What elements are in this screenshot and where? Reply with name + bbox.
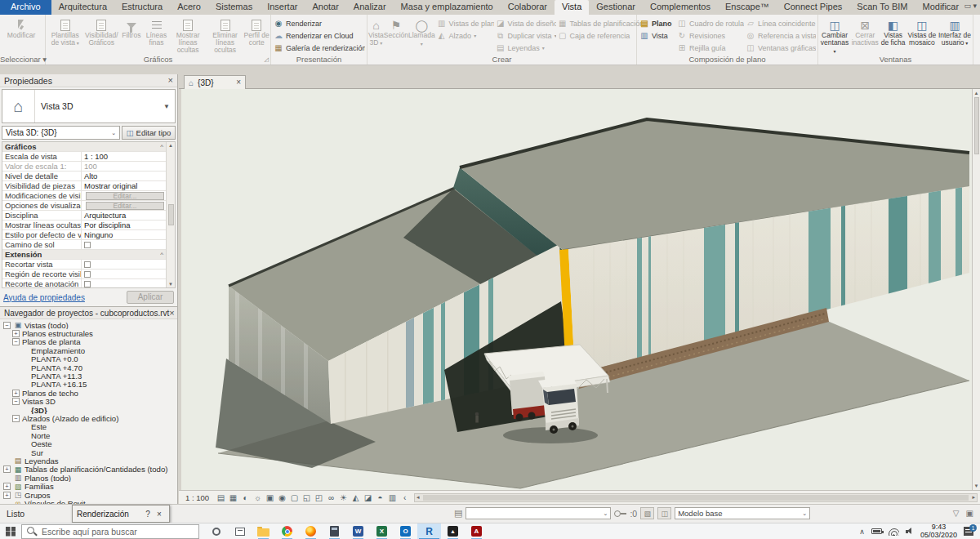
wifi-icon[interactable] bbox=[889, 528, 899, 536]
tab-modificar[interactable]: Modificar bbox=[915, 0, 967, 15]
properties-scrollbar[interactable]: ▲ ▼ bbox=[166, 142, 175, 287]
taskbar-app-task-view[interactable] bbox=[228, 523, 252, 539]
edit-button[interactable]: Editar... bbox=[86, 192, 164, 200]
render-dialog-titlebar[interactable]: Renderización ? × bbox=[72, 505, 170, 523]
button-duplicar-vista[interactable]: ⧉Duplicar vista▾ bbox=[494, 29, 556, 42]
detail-level-icon[interactable]: ▤ bbox=[215, 493, 227, 502]
taskbar-app-acrobat[interactable]: A bbox=[465, 523, 488, 539]
status-icon-button[interactable]: ▧ bbox=[640, 507, 654, 519]
button-caja-de-referencia[interactable]: ▢Caja de referencia bbox=[556, 29, 641, 42]
taskbar-app-cortana[interactable] bbox=[204, 523, 228, 539]
tab-arquitectura[interactable]: Arquitectura bbox=[51, 0, 114, 15]
property-value[interactable]: Mostrar original bbox=[82, 181, 166, 190]
tree-expander-icon[interactable]: + bbox=[3, 466, 11, 473]
tab-colaborar[interactable]: Colaborar bbox=[501, 0, 555, 15]
edit-button[interactable]: Editar... bbox=[86, 202, 164, 210]
tree-expander-icon[interactable]: + bbox=[3, 492, 11, 499]
apply-button[interactable]: Aplicar bbox=[127, 291, 174, 304]
scrollbar-thumb[interactable] bbox=[168, 204, 174, 225]
reveal-hidden-icon[interactable]: ∞ bbox=[325, 493, 337, 502]
button-interfaz-de-usuario[interactable]: ▥Interfaz de usuario ▾ bbox=[938, 16, 972, 56]
checkbox[interactable] bbox=[84, 242, 91, 248]
button-alzado[interactable]: ◭Alzado▾ bbox=[435, 29, 494, 42]
checkbox[interactable] bbox=[84, 261, 91, 268]
button-visibilidad-gr-ficos[interactable]: Visibilidad/ Gráficos bbox=[84, 16, 120, 56]
tree-item-grupos[interactable]: +◳Grupos bbox=[0, 491, 177, 499]
tree-item-planos-todo[interactable]: ▥Planos (todo) bbox=[0, 474, 177, 482]
scroll-up-icon[interactable]: ▲ bbox=[168, 143, 173, 148]
tree-item-vistas-3d[interactable]: −Vistas 3D bbox=[0, 398, 177, 406]
taskbar-app-calculator[interactable] bbox=[323, 523, 346, 539]
property-value[interactable]: 1 : 100 bbox=[82, 152, 166, 161]
project-browser-close-icon[interactable]: × bbox=[169, 309, 174, 318]
group-label-seleccionar[interactable]: Seleccionar ▾ bbox=[0, 54, 45, 65]
taskbar-app-file-explorer[interactable] bbox=[252, 523, 275, 539]
horizontal-scrollbar[interactable]: ◂ ▸ bbox=[414, 493, 978, 502]
tree-item-planos-de-techo[interactable]: +Planos de techo bbox=[0, 389, 177, 397]
tree-item-emplazamiento[interactable]: Emplazamiento bbox=[0, 346, 177, 354]
view-tab-close-icon[interactable]: × bbox=[236, 78, 241, 87]
taskbar-app-photos[interactable]: ▲ bbox=[441, 523, 465, 539]
collapse-icon[interactable]: ^ bbox=[160, 251, 163, 258]
shadows-icon[interactable]: ☼ bbox=[252, 493, 264, 502]
selection-a-icon[interactable]: ◓ bbox=[374, 493, 386, 502]
button-tablas-de-planificaci-n[interactable]: ▦Tablas de planificación▾ bbox=[556, 17, 641, 29]
taskbar-app-word[interactable]: W bbox=[346, 523, 370, 539]
button-cerrar-inactivas[interactable]: ⊠Cerrar inactivas bbox=[850, 16, 880, 56]
button-perfil-de-corte[interactable]: Perfil de corte bbox=[243, 16, 270, 56]
property-value[interactable]: Ninguno bbox=[82, 230, 166, 239]
lock-view-icon[interactable]: ◱ bbox=[301, 493, 313, 502]
drawing-area[interactable] bbox=[181, 89, 972, 490]
tree-expander-icon[interactable]: + bbox=[3, 483, 11, 490]
edit-type-button[interactable]: ◫ Editar tipo bbox=[122, 126, 176, 140]
tree-item-3d[interactable]: {3D} bbox=[0, 406, 177, 414]
button-leyendas[interactable]: ▤Leyendas▾ bbox=[494, 42, 556, 54]
button-secci-n[interactable]: ⚑Sección bbox=[384, 16, 408, 56]
tree-item-oeste[interactable]: Oeste bbox=[0, 439, 177, 448]
tree-item-alzados-alzado-de-edificio[interactable]: −Alzados (Alzado de edificio) bbox=[0, 414, 177, 422]
displaced-elements-icon[interactable]: ◭ bbox=[350, 493, 362, 502]
tree-item-planos-de-planta[interactable]: −Planos de planta bbox=[0, 338, 177, 346]
scrollbar-thumb[interactable] bbox=[423, 495, 969, 501]
selection-filter-icon[interactable]: ▽ bbox=[953, 509, 960, 518]
taskbar-app-excel[interactable]: X bbox=[370, 523, 394, 539]
selection-b-icon[interactable]: ▥ bbox=[386, 493, 399, 502]
workset-dropdown[interactable]: ⌄ bbox=[466, 507, 611, 519]
button-mostrar-l-neas-ocultas[interactable]: Mostrar líneas ocultas bbox=[169, 16, 207, 56]
button-modificar[interactable]: Modificar bbox=[1, 16, 42, 56]
tree-item-este[interactable]: Este bbox=[0, 423, 177, 431]
view-tab-3d[interactable]: ⌂ {3D} × bbox=[184, 75, 246, 89]
tab-archivo[interactable]: Archivo bbox=[0, 0, 51, 15]
chevron-down-icon[interactable]: ▼ bbox=[163, 103, 175, 110]
scrollbar-thumb[interactable] bbox=[974, 97, 979, 154]
crop-view-icon[interactable]: ▣ bbox=[264, 493, 276, 502]
view-scale-button[interactable]: 1 : 100 bbox=[185, 493, 209, 502]
button-vistas-de-mosaico[interactable]: ◫Vistas de mosaico bbox=[906, 16, 938, 56]
button-renderizar-en-cloud[interactable]: ☁Renderizar en Cloud bbox=[272, 29, 365, 42]
tab-masa-y-emplazamiento[interactable]: Masa y emplazamiento bbox=[394, 0, 501, 15]
dialog-launcher-icon[interactable]: ◿ bbox=[265, 56, 269, 63]
speaker-icon[interactable] bbox=[906, 528, 914, 535]
tab-connect-pipes[interactable]: Connect Pipes bbox=[777, 0, 850, 15]
tree-expander-icon[interactable]: − bbox=[3, 322, 11, 329]
tab-acero[interactable]: Acero bbox=[170, 0, 208, 15]
button-renderizar[interactable]: ◉Renderizar bbox=[272, 17, 365, 29]
tab-anotar[interactable]: Anotar bbox=[305, 0, 345, 15]
checkbox[interactable] bbox=[84, 271, 91, 278]
tree-item-planta-16-15[interactable]: PLANTA +16.15 bbox=[0, 381, 177, 389]
tab-analizar[interactable]: Analizar bbox=[346, 0, 394, 15]
selection-toggle-icon[interactable]: ▣ bbox=[966, 509, 973, 518]
tab-enscape[interactable]: Enscape™ bbox=[718, 0, 777, 15]
property-section-gr-ficos[interactable]: Gráficos^ bbox=[2, 142, 166, 152]
property-value[interactable]: Alto bbox=[82, 172, 166, 180]
scroll-up-icon[interactable]: ▲ bbox=[974, 91, 979, 96]
button-l-nea-coincidente[interactable]: ▱Línea coincidente bbox=[744, 17, 816, 29]
tree-item-vistas-todo[interactable]: −▣Vistas (todo) bbox=[0, 321, 177, 329]
selection-c-icon[interactable]: ‹ bbox=[399, 493, 411, 502]
tree-item-tablas-de-planificaci-n-cantidades-todo[interactable]: +▦Tablas de planificación/Cantidades (to… bbox=[0, 466, 177, 474]
tree-expander-icon[interactable]: − bbox=[12, 338, 20, 345]
property-value[interactable]: Arquitectura bbox=[82, 211, 166, 220]
button-l-neas-finas[interactable]: Líneas finas bbox=[144, 16, 170, 56]
start-button[interactable] bbox=[0, 523, 21, 539]
button-vistas-de-ficha[interactable]: ◧Vistas de ficha bbox=[880, 16, 906, 56]
